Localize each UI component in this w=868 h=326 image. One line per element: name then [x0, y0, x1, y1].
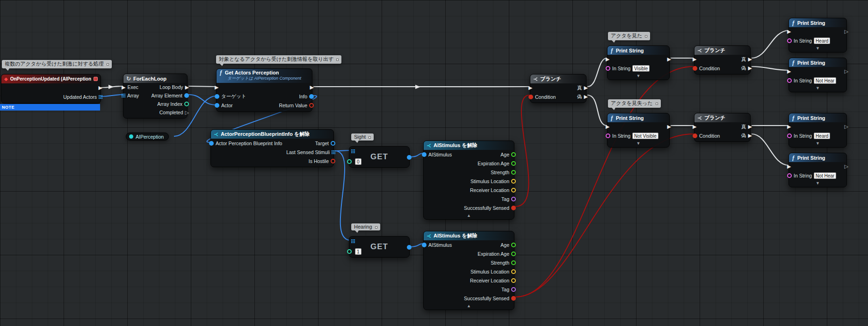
true-out-pin[interactable]: ▶: [584, 85, 588, 90]
node-print-string-not-visible[interactable]: ƒPrint String ▶▶ In StringNot Visible ▼: [607, 113, 670, 148]
node-get-sight[interactable]: 0 GET: [349, 146, 410, 168]
in-string-pin[interactable]: [787, 173, 792, 178]
string-value-input[interactable]: Not Hear: [814, 172, 836, 179]
condition-in-pin[interactable]: [693, 66, 697, 71]
tag-out-pin[interactable]: [511, 197, 516, 201]
bubble-pin-icon[interactable]: [336, 59, 339, 61]
element-out-pin[interactable]: [407, 245, 412, 250]
node-foreachloop[interactable]: ↻ ForEachLoop ▶ExecLoop Body▶ ArrayArray…: [123, 74, 188, 119]
bubble-pin-icon[interactable]: [656, 103, 658, 105]
string-value-input[interactable]: Not Hear: [814, 77, 836, 84]
delegate-pin[interactable]: [94, 77, 98, 81]
true-out-pin[interactable]: ▶: [748, 124, 752, 129]
node-print-string-visible[interactable]: ƒPrint String ▶▶ In StringVisible ▼: [607, 45, 670, 80]
comment-bubble-extract-stimulus[interactable]: 対象となるアクタから受けた刺激情報を取り出す: [216, 55, 341, 64]
exec-in-pin[interactable]: ▶: [787, 69, 791, 74]
wire-exec-branch1-true[interactable]: [587, 58, 607, 87]
node-print-string-heard-1[interactable]: ƒPrint String ▶▷ In StringHeard ▼: [788, 18, 847, 52]
stimulus-location-out-pin[interactable]: [511, 179, 516, 184]
element-out-pin[interactable]: [407, 155, 412, 160]
array-element-out-pin[interactable]: [184, 93, 189, 98]
string-value-input[interactable]: Heard: [814, 37, 830, 44]
note-bar[interactable]: NOTE: [0, 104, 100, 111]
exec-in-pin[interactable]: ▶: [787, 164, 791, 169]
bubble-pin-icon[interactable]: [375, 226, 377, 229]
strength-out-pin[interactable]: [511, 260, 516, 265]
string-value-input[interactable]: Heard: [814, 133, 830, 139]
expand-arrow-icon[interactable]: ▼: [608, 73, 669, 80]
blueprint-graph-canvas[interactable]: 複数のアクタから受けた刺激に対する処理 対象となるアクタから受けた刺激情報を取り…: [0, 0, 868, 326]
exec-in-pin[interactable]: ▶: [787, 124, 791, 129]
struct-in-pin[interactable]: [209, 141, 214, 146]
target-in-pin[interactable]: [215, 94, 219, 99]
comment-bubble-saw-actor[interactable]: アクタを見た: [608, 32, 650, 40]
node-break-actorperceptionblueprintinfo[interactable]: ActorPerceptionBlueprintInfo を解除 Actor P…: [210, 129, 334, 167]
false-out-pin[interactable]: ▶: [584, 94, 588, 99]
array-out-pin[interactable]: [99, 95, 102, 99]
info-out-pin[interactable]: [309, 94, 314, 99]
expand-arrow-icon[interactable]: ▼: [789, 140, 846, 147]
false-out-pin[interactable]: ▶: [748, 133, 752, 138]
array-in-pin[interactable]: [122, 94, 125, 97]
expand-arrow-icon[interactable]: ▼: [789, 45, 846, 52]
exec-in-pin[interactable]: ▶: [215, 85, 218, 90]
exec-in-pin[interactable]: ▶: [606, 57, 609, 62]
expand-arrow-icon[interactable]: ▼: [789, 85, 846, 92]
exec-in-pin[interactable]: ▶: [122, 85, 125, 90]
wire-data-arrayelement-to-actor[interactable]: [188, 95, 216, 105]
in-string-pin[interactable]: [606, 66, 610, 71]
expand-arrow-icon[interactable]: ▼: [608, 140, 669, 147]
successfully-sensed-out-pin[interactable]: [511, 296, 516, 301]
target-out-pin[interactable]: [331, 141, 335, 146]
exec-in-pin[interactable]: ▶: [528, 85, 532, 90]
exec-out-pin[interactable]: ▶: [667, 124, 671, 129]
exec-in-pin[interactable]: ▶: [606, 124, 609, 129]
expiration-age-out-pin[interactable]: [511, 161, 516, 166]
bubble-pin-icon[interactable]: [369, 136, 371, 139]
node-branch-2[interactable]: ブランチ ▶真▶ Condition偽▶: [694, 45, 751, 74]
in-string-pin[interactable]: [787, 38, 792, 43]
exec-in-pin[interactable]: ▶: [693, 57, 696, 62]
node-variable-aiperception[interactable]: AIPerception: [126, 133, 169, 141]
node-print-string-heard-2[interactable]: ƒPrint String ▶▷ In StringHeard ▼: [788, 113, 847, 148]
wire-bool-sensed1-to-branch1[interactable]: [515, 95, 529, 207]
false-out-pin[interactable]: ▶: [748, 66, 752, 71]
expiration-age-out-pin[interactable]: [511, 252, 516, 256]
array-index-out-pin[interactable]: [184, 102, 189, 106]
string-value-input[interactable]: Visible: [632, 65, 650, 72]
exec-out-loop-body-pin[interactable]: ▶: [185, 85, 189, 90]
wire-exec-branch3-false[interactable]: [752, 134, 789, 165]
wire-data-stimuli-to-gethearing[interactable]: [335, 151, 351, 240]
collapse-arrow-icon[interactable]: ▲: [424, 303, 514, 310]
node-branch-1[interactable]: ブランチ ▶真▶ Condition偽▶: [530, 74, 586, 103]
stimulus-in-pin[interactable]: [422, 243, 427, 247]
exec-out-completed-pin[interactable]: ▷: [185, 110, 189, 115]
condition-in-pin[interactable]: [528, 95, 533, 99]
exec-in-pin[interactable]: ▶: [693, 124, 696, 129]
exec-out-pin[interactable]: ▷: [845, 69, 848, 74]
age-out-pin[interactable]: [511, 243, 516, 247]
wire-bool-sensed2-to-branch3[interactable]: [515, 134, 694, 297]
age-out-pin[interactable]: [511, 152, 516, 157]
node-get-actors-perception[interactable]: ƒGet Actors Perception ターゲットは AIPercepti…: [216, 68, 312, 112]
comment-bubble-hearing[interactable]: Hearing: [351, 223, 380, 230]
node-get-hearing[interactable]: 1 GET: [349, 236, 410, 258]
wire-exec-loopbody-to-gap[interactable]: [188, 86, 216, 87]
bubble-pin-icon[interactable]: [107, 63, 109, 66]
wire-exec-branch2-true[interactable]: [752, 30, 789, 58]
wire-exec-branch2-false[interactable]: [752, 67, 789, 70]
node-event-onperceptionupdated[interactable]: ◆ OnPerceptionUpdated (AIPerception) ▶ U…: [1, 74, 101, 104]
node-branch-3[interactable]: ブランチ ▶真▶ Condition偽▶: [694, 113, 751, 142]
node-print-string-not-hear-2[interactable]: ƒPrint String ▶▷ In StringNot Hear ▼: [788, 153, 847, 187]
expand-arrow-icon[interactable]: ▼: [789, 180, 846, 187]
return-value-out-pin[interactable]: [309, 103, 314, 108]
collapse-arrow-icon[interactable]: ▲: [424, 212, 514, 219]
exec-in-pin[interactable]: ▶: [787, 29, 791, 34]
in-string-pin[interactable]: [787, 133, 792, 138]
successfully-sensed-out-pin[interactable]: [511, 206, 516, 210]
exec-out-pin[interactable]: ▶: [667, 57, 671, 62]
node-print-string-not-hear-1[interactable]: ƒPrint String ▶▷ In StringNot Hear ▼: [788, 58, 847, 92]
condition-in-pin[interactable]: [693, 133, 697, 138]
is-hostile-out-pin[interactable]: [331, 159, 335, 163]
comment-bubble-lost-actor[interactable]: アクタを見失った: [608, 99, 661, 108]
